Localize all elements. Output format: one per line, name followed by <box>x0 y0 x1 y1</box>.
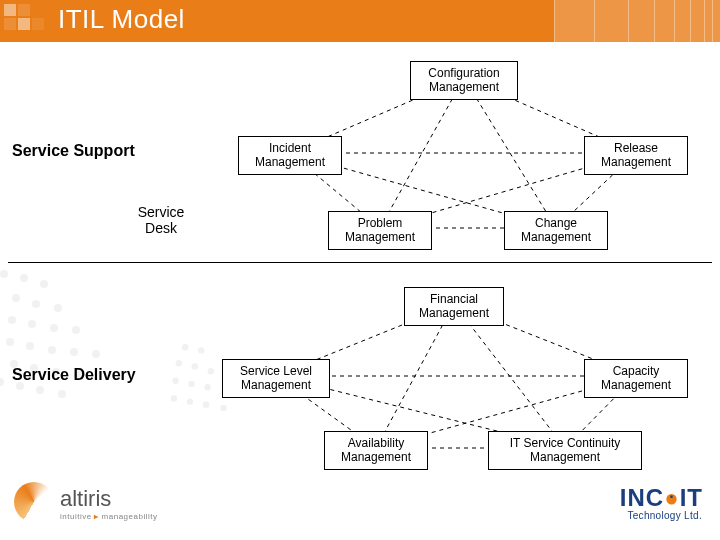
node-line: Management <box>247 155 333 169</box>
title-bar: ITIL Model <box>0 0 720 42</box>
logo-letter: C <box>646 484 663 512</box>
node-line: Management <box>513 230 599 244</box>
incit-wordmark: I N C ● I T <box>552 484 702 512</box>
node-line: Management <box>497 450 633 464</box>
arrow-icon: ▸ <box>94 512 99 521</box>
incit-subtitle: Technology Ltd. <box>552 510 702 521</box>
node-line: Configuration <box>419 66 509 80</box>
node-line: Incident <box>247 141 333 155</box>
logo-incit: I N C ● I T Technology Ltd. <box>552 484 702 530</box>
node-incident-management: Incident Management <box>238 136 342 175</box>
slide: ITIL Model <box>0 0 720 540</box>
node-line: Service Level <box>231 364 321 378</box>
node-line: Management <box>593 378 679 392</box>
node-line: Management <box>333 450 419 464</box>
logo-altiris: altiris intuitive ▸ manageability <box>42 486 212 526</box>
node-problem-management: Problem Management <box>328 211 432 250</box>
section-label-delivery: Service Delivery <box>12 366 136 384</box>
altiris-wordmark: altiris <box>60 486 111 512</box>
node-line: Availability <box>333 436 419 450</box>
tag-word: intuitive <box>60 512 92 521</box>
label-line: Service <box>138 204 185 220</box>
tag-word: manageability <box>102 512 158 521</box>
node-configuration-management: Configuration Management <box>410 61 518 100</box>
node-line: Management <box>419 80 509 94</box>
node-release-management: Release Management <box>584 136 688 175</box>
node-change-management: Change Management <box>504 211 608 250</box>
node-line: IT Service Continuity <box>497 436 633 450</box>
logo-letter: N <box>627 484 644 512</box>
logo-dot-icon: ● <box>664 484 679 512</box>
section-divider <box>8 262 712 263</box>
label-service-desk: Service Desk <box>126 204 196 236</box>
node-line: Release <box>593 141 679 155</box>
node-line: Financial <box>413 292 495 306</box>
altiris-tagline: intuitive ▸ manageability <box>60 512 157 521</box>
node-service-level-management: Service Level Management <box>222 359 330 398</box>
node-line: Management <box>231 378 321 392</box>
node-line: Capacity <box>593 364 679 378</box>
node-line: Management <box>593 155 679 169</box>
slide-title: ITIL Model <box>58 4 185 35</box>
node-line: Management <box>337 230 423 244</box>
node-line: Change <box>513 216 599 230</box>
logo-letter: T <box>687 484 702 512</box>
label-line: Desk <box>145 220 177 236</box>
node-capacity-management: Capacity Management <box>584 359 688 398</box>
node-availability-management: Availability Management <box>324 431 428 470</box>
title-grid-decoration <box>0 0 50 42</box>
altiris-swirl-icon <box>14 482 54 522</box>
node-it-service-continuity-management: IT Service Continuity Management <box>488 431 642 470</box>
node-line: Management <box>413 306 495 320</box>
node-line: Problem <box>337 216 423 230</box>
title-ruler-decoration <box>560 0 720 42</box>
logo-letter: I <box>680 484 687 512</box>
node-financial-management: Financial Management <box>404 287 504 326</box>
section-label-support: Service Support <box>12 142 135 160</box>
logo-letter: I <box>620 484 627 512</box>
